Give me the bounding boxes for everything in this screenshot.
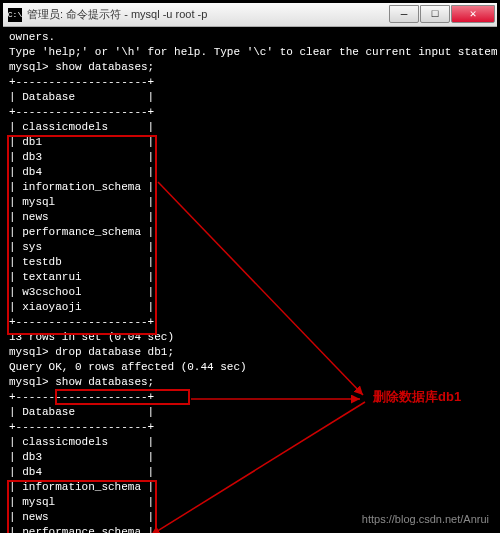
titlebar[interactable]: C:\ 管理员: 命令提示符 - mysql -u root -p — □ ✕ (3, 3, 497, 27)
term-line: Query OK, 0 rows affected (0.44 sec) (9, 360, 491, 375)
watermark: https://blog.csdn.net/Anrui (362, 512, 489, 527)
term-line: | db4 | (9, 465, 491, 480)
term-line: | information_schema | (9, 180, 491, 195)
term-line: mysql> show databases; (9, 375, 491, 390)
term-line: | classicmodels | (9, 120, 491, 135)
term-line: | classicmodels | (9, 435, 491, 450)
term-line: | xiaoyaoji | (9, 300, 491, 315)
term-line: | db4 | (9, 165, 491, 180)
window-title: 管理员: 命令提示符 - mysql -u root -p (27, 7, 388, 22)
cmd-icon: C:\ (8, 8, 22, 22)
term-line: +--------------------+ (9, 315, 491, 330)
window-buttons: — □ ✕ (388, 5, 495, 25)
term-line: | w3cschool | (9, 285, 491, 300)
cmd-window: C:\ 管理员: 命令提示符 - mysql -u root -p — □ ✕ … (0, 0, 500, 533)
term-line: | db3 | (9, 450, 491, 465)
term-line: mysql> show databases; (9, 60, 491, 75)
term-line: | performance_schema | (9, 225, 491, 240)
term-line: | Database | (9, 405, 491, 420)
term-line: +--------------------+ (9, 75, 491, 90)
term-line: | db1 | (9, 135, 491, 150)
term-line: | textanrui | (9, 270, 491, 285)
term-line: | mysql | (9, 495, 491, 510)
maximize-button[interactable]: □ (420, 5, 450, 23)
term-line: owners. (9, 30, 491, 45)
term-line: 13 rows in set (0.04 sec) (9, 330, 491, 345)
term-line: | Database | (9, 90, 491, 105)
term-line: +--------------------+ (9, 420, 491, 435)
term-line: | testdb | (9, 255, 491, 270)
term-line: | sys | (9, 240, 491, 255)
term-line: +--------------------+ (9, 105, 491, 120)
term-line: mysql> drop database db1; (9, 345, 491, 360)
annotation-label: 删除数据库db1 (373, 389, 461, 404)
term-line: | information_schema | (9, 480, 491, 495)
term-line: Type 'help;' or '\h' for help. Type '\c'… (9, 45, 491, 60)
term-line: | mysql | (9, 195, 491, 210)
terminal-area[interactable]: owners. Type 'help;' or '\h' for help. T… (3, 27, 497, 533)
term-line: | news | (9, 210, 491, 225)
minimize-button[interactable]: — (389, 5, 419, 23)
close-button[interactable]: ✕ (451, 5, 495, 23)
term-line: | db3 | (9, 150, 491, 165)
